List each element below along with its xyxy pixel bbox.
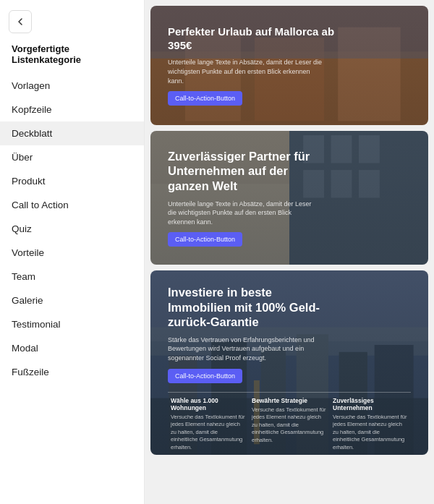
feature-unternehmen-text: Versuche das Textlokument für jedes Elem… (333, 414, 408, 452)
card-mallorca-subtitle: Unterteile lange Texte in Absätze, damit… (168, 58, 327, 85)
sidebar-item-kopfzeile[interactable]: Kopfzeile (0, 98, 144, 121)
card-office-title: Zuverlässiger Partner für Unternehmen au… (168, 149, 312, 194)
sidebar-item-produkt[interactable]: Produkt (0, 169, 144, 193)
feature-strategie: Bewährte Strategie Versuche das Textloku… (249, 392, 330, 452)
feature-wohnungen-title: Wähle aus 1.000 Wohnungen (171, 397, 246, 411)
card-city-features: Wähle aus 1.000 Wohnungen Versuche das T… (168, 392, 411, 452)
sidebar-item-modal[interactable]: Modal (0, 336, 144, 360)
sidebar-item-vorteile[interactable]: Vorteile (0, 241, 144, 265)
sidebar-item-testimonial[interactable]: Testimonial (0, 312, 144, 336)
sidebar: Vorgefertigte Listenkategorie Vorlagen K… (0, 0, 145, 504)
feature-unternehmen: Zuverlässiges Unternehmen Versuche das T… (330, 392, 411, 452)
card-city-subtitle: Stärke das Vertrauen von Erfahrungsberic… (168, 336, 327, 363)
feature-unternehmen-title: Zuverlässiges Unternehmen (333, 397, 408, 411)
sidebar-item-galerie[interactable]: Galerie (0, 289, 144, 312)
sidebar-item-quiz[interactable]: Quiz (0, 217, 144, 241)
card-city-button[interactable]: Call-to-Action-Button (168, 369, 242, 383)
sidebar-item-fusszeile[interactable]: Fußzeile (0, 360, 144, 384)
feature-wohnungen: Wähle aus 1.000 Wohnungen Versuche das T… (168, 392, 249, 452)
card-city-title: Investiere in beste Immobilien mit 100% … (168, 285, 327, 330)
back-button[interactable] (9, 10, 32, 33)
feature-wohnungen-text: Versuche das Textlokument für jedes Elem… (171, 414, 246, 452)
card-office-button[interactable]: Call-to-Action-Button (168, 232, 242, 247)
chevron-left-icon (15, 17, 25, 27)
sidebar-item-vorlagen[interactable]: Vorlagen (0, 74, 144, 98)
feature-strategie-title: Bewährte Strategie (252, 397, 327, 404)
main-content: Perfekter Urlaub auf Mallorca ab 395€ Un… (145, 0, 434, 504)
preview-card-office[interactable]: Zuverlässiger Partner für Unternehmen au… (150, 131, 428, 265)
sidebar-item-deckblatt[interactable]: Deckblatt (0, 121, 144, 145)
card-office-subtitle: Unterteile lange Texte in Absätze, damit… (168, 200, 312, 227)
feature-strategie-text: Versuche das Textlokument für jedes Elem… (252, 406, 327, 445)
card-mallorca-button[interactable]: Call-to-Action-Button (168, 91, 242, 106)
preview-card-mallorca[interactable]: Perfekter Urlaub auf Mallorca ab 395€ Un… (150, 6, 428, 125)
sidebar-title: Vorgefertigte Listenkategorie (0, 40, 144, 74)
sidebar-item-call-to-action[interactable]: Call to Action (0, 193, 144, 217)
preview-card-city[interactable]: Investiere in beste Immobilien mit 100% … (150, 270, 428, 455)
card-mallorca-title: Perfekter Urlaub auf Mallorca ab 395€ (168, 25, 356, 53)
sidebar-item-team[interactable]: Team (0, 265, 144, 289)
sidebar-item-uber[interactable]: Über (0, 145, 144, 169)
